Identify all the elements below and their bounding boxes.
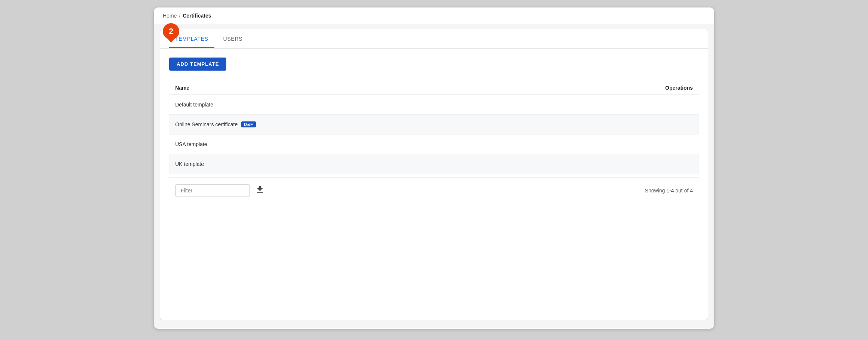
row-name: UK template	[175, 161, 204, 167]
tabs-bar: TEMPLATES USERS	[160, 29, 708, 49]
col-ops-header: Operations	[665, 85, 693, 91]
breadcrumb-separator: /	[179, 13, 180, 19]
table-row: Default template	[169, 95, 699, 115]
step-badge: 2	[163, 23, 179, 40]
table-row: Online Seminars certificate D&F	[169, 115, 699, 135]
breadcrumb-home[interactable]: Home	[163, 13, 177, 19]
filter-wrap	[175, 184, 265, 197]
main-window: Home / Certificates 2 TEMPLATES USERS AD…	[154, 7, 714, 329]
table-row: UK template	[169, 154, 699, 174]
df-badge: D&F	[241, 121, 255, 127]
table-row: USA template	[169, 135, 699, 154]
row-name: USA template	[175, 141, 207, 147]
filter-input[interactable]	[175, 184, 250, 197]
row-name: Default template	[175, 102, 213, 108]
col-name-header: Name	[175, 85, 189, 91]
row-name: Online Seminars certificate D&F	[175, 121, 256, 127]
tab-users[interactable]: USERS	[217, 29, 249, 48]
content-area: TEMPLATES USERS ADD TEMPLATE Name Operat…	[160, 29, 708, 320]
breadcrumb: Home / Certificates	[154, 7, 714, 24]
content-inner: ADD TEMPLATE Name Operations Default tem…	[160, 49, 708, 213]
table-footer: Showing 1-4 out of 4	[169, 177, 699, 204]
table-header: Name Operations	[169, 81, 699, 95]
templates-table: Name Operations Default template	[169, 81, 699, 174]
add-template-button[interactable]: ADD TEMPLATE	[169, 58, 226, 71]
download-icon[interactable]	[255, 185, 265, 197]
breadcrumb-current: Certificates	[183, 13, 211, 19]
showing-text: Showing 1-4 out of 4	[645, 188, 693, 194]
